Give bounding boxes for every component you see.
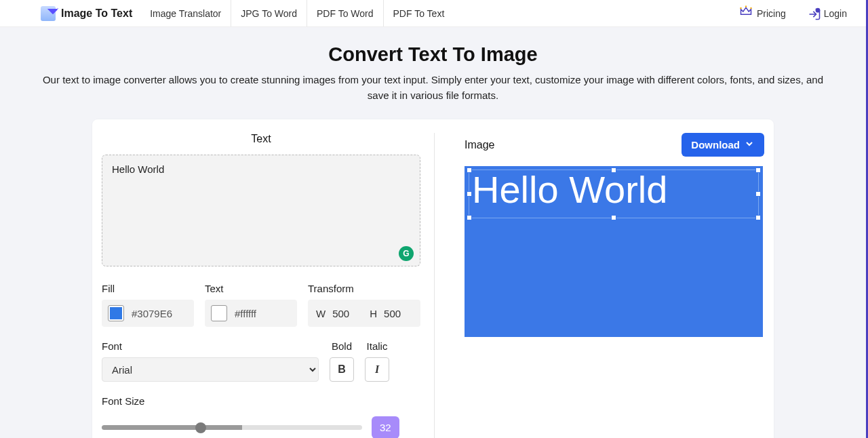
page-subtitle: Our text to image converter allows you t… <box>40 73 827 103</box>
crown-icon <box>739 5 753 22</box>
grammarly-icon[interactable]: G <box>399 246 414 261</box>
nav-link-jpg-to-word[interactable]: JPG To Word <box>231 0 307 26</box>
text-swatch-icon <box>212 306 226 321</box>
page-title: Convert Text To Image <box>11 43 855 66</box>
navbar: Image To Text Image Translator JPG To Wo… <box>0 0 866 27</box>
text-color-input[interactable]: #ffffff <box>205 300 297 327</box>
transform-w-label: W <box>316 308 326 319</box>
login-label: Login <box>824 8 847 19</box>
text-hex: #ffffff <box>235 308 256 319</box>
resize-handle-mr[interactable] <box>755 191 761 197</box>
text-panel: Text G Fill #3079E6 Text #ffffff Transfo… <box>102 133 434 438</box>
nav-right: Pricing + Login <box>731 0 855 26</box>
fontsize-label: Font Size <box>102 395 420 407</box>
nav-link-image-translator[interactable]: Image Translator <box>140 0 231 26</box>
font-select[interactable]: Arial <box>102 357 319 382</box>
svg-point-0 <box>740 7 742 9</box>
resize-handle-tr[interactable] <box>755 167 761 173</box>
fill-hex: #3079E6 <box>132 308 172 319</box>
fontsize-value: 32 <box>372 416 399 438</box>
editor-card: Text G Fill #3079E6 Text #ffffff Transfo… <box>92 119 774 438</box>
fill-label: Fill <box>102 283 194 294</box>
logo-icon <box>41 6 56 21</box>
canvas-text[interactable]: Hello World <box>472 169 667 211</box>
transform-h-label: H <box>370 308 377 319</box>
text-color-label: Text <box>205 283 297 294</box>
transform-h: 500 <box>384 308 401 319</box>
chevron-down-icon <box>744 138 755 151</box>
nav-link-pdf-to-text[interactable]: PDF To Text <box>384 0 454 26</box>
pricing-link[interactable]: Pricing <box>731 0 794 26</box>
bold-label: Bold <box>332 340 352 352</box>
logo-text: Image To Text <box>61 7 132 20</box>
resize-handle-tl[interactable] <box>467 167 472 173</box>
fontsize-slider[interactable] <box>102 425 362 430</box>
fill-swatch-icon <box>108 306 123 321</box>
text-input[interactable] <box>102 155 420 266</box>
fill-color-input[interactable]: #3079E6 <box>102 300 194 327</box>
login-link[interactable]: + Login <box>800 0 855 26</box>
login-icon: + <box>808 7 820 20</box>
image-panel-title: Image <box>465 139 494 151</box>
italic-label: Italic <box>367 340 388 352</box>
nav-link-pdf-to-word[interactable]: PDF To Word <box>307 0 384 26</box>
resize-handle-tm[interactable] <box>611 167 616 173</box>
resize-handle-br[interactable] <box>755 215 761 220</box>
svg-point-2 <box>750 7 752 9</box>
canvas-selection-box[interactable]: Hello World <box>469 170 759 218</box>
preview-canvas[interactable]: Hello World <box>465 166 763 337</box>
pricing-label: Pricing <box>757 8 786 19</box>
nav-left: Image To Text Image Translator JPG To Wo… <box>41 0 454 26</box>
bold-button[interactable]: B <box>330 357 354 382</box>
transform-input[interactable]: W 500 H 500 <box>308 300 420 327</box>
image-panel: Image Download Hello World <box>434 133 764 438</box>
transform-w: 500 <box>332 308 349 319</box>
hero: Convert Text To Image Our text to image … <box>0 27 866 114</box>
text-panel-title: Text <box>102 133 420 145</box>
transform-label: Transform <box>308 283 420 294</box>
download-label: Download <box>691 139 740 151</box>
resize-handle-bm[interactable] <box>611 215 616 220</box>
resize-handle-ml[interactable] <box>467 191 472 197</box>
resize-handle-bl[interactable] <box>467 215 472 220</box>
italic-button[interactable]: I <box>365 357 389 382</box>
font-label: Font <box>102 340 319 352</box>
download-button[interactable]: Download <box>682 133 764 157</box>
svg-point-1 <box>745 5 747 7</box>
logo[interactable]: Image To Text <box>41 6 132 21</box>
